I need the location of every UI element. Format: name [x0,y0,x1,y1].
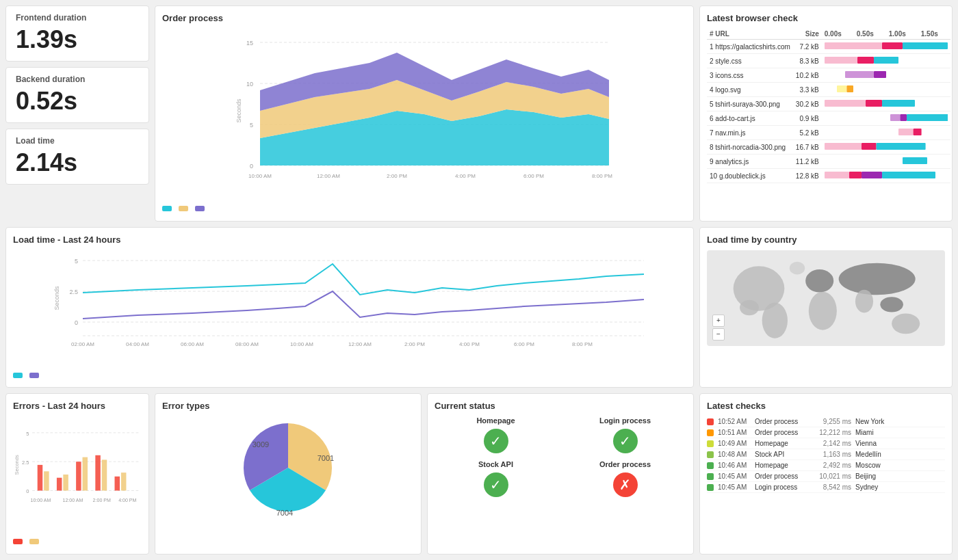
bc-bar-cell [822,126,950,140]
browser-check-panel: Latest browser check # URL Size 0.00s 0.… [699,5,953,222]
svg-rect-18 [825,42,882,49]
svg-point-67 [839,263,916,295]
svg-rect-34 [898,129,914,135]
svg-rect-40 [825,172,849,178]
svg-rect-22 [857,57,874,64]
svg-text:6:00 PM: 6:00 PM [523,173,544,179]
svg-text:15: 15 [246,40,253,46]
check-ms: 8,542 ms [814,483,851,491]
legend-teal [162,206,172,211]
login-check: ✓ [613,429,638,453]
bc-row: 4 logo.svg 3.3 kB [707,83,950,97]
svg-text:Seconds: Seconds [235,98,242,123]
svg-rect-41 [849,172,862,178]
bc-num-url: 7 nav.min.js [707,126,793,140]
list-item: 10:45 AM Login process 8,542 ms Sydney [707,482,945,493]
bc-num-url: 8 tshirt-norcadia-300.png [707,140,793,155]
login-label: Login process [599,416,651,425]
svg-rect-85 [95,455,101,491]
browser-check-table: # URL Size 0.00s 0.50s 1.00s 1.50s 1 htt… [707,29,950,183]
svg-text:12:00 AM: 12:00 AM [348,341,372,347]
check-city: Sydney [855,483,878,491]
bc-size: 3.3 kB [793,83,822,97]
bc-bar-cell [822,54,950,68]
latest-checks-title: Latest checks [707,401,945,411]
svg-rect-39 [903,157,927,164]
bc-row: 2 style.css 8.3 kB [707,54,950,68]
bc-num-url: 4 logo.svg [707,83,793,97]
svg-point-66 [809,291,837,330]
svg-rect-87 [115,477,120,491]
legend-orange [179,206,188,211]
stock-check: ✓ [484,472,508,497]
svg-point-70 [892,313,920,334]
svg-text:5: 5 [75,258,78,265]
svg-text:10:00 AM: 10:00 AM [290,341,313,347]
map-zoom-out[interactable]: − [712,328,725,341]
svg-text:6:00 PM: 6:00 PM [514,341,534,347]
svg-rect-79 [38,465,43,491]
bc-size: 11.2 kB [793,155,822,169]
backend-duration-panel: Backend duration 0.52s [5,67,149,123]
svg-rect-25 [874,71,886,78]
check-ms: 2,492 ms [814,462,851,469]
stock-label: Stock API [478,460,513,468]
col-15s: 1.50s [918,29,950,40]
svg-text:02:00 AM: 02:00 AM [71,341,94,347]
current-status-panel: Current status Homepage ✓ Login process … [427,393,694,555]
bc-row: 10 g.doubleclick.js 12.8 kB [707,169,950,183]
check-ms: 1,163 ms [814,451,851,458]
check-city: New York [855,418,884,425]
bc-num-url: 9 analytics.js [707,155,793,169]
svg-point-69 [880,297,903,312]
frontend-duration-panel: Frontend duration 1.39s [5,5,149,62]
bc-size: 7.2 kB [793,40,822,54]
list-item: 10:46 AM Homepage 2,492 ms Moscow [707,460,945,471]
check-time: 10:46 AM [718,462,751,469]
check-time: 10:52 AM [718,418,751,425]
svg-text:Seconds: Seconds [14,455,20,475]
svg-rect-32 [900,114,907,121]
list-item: 10:48 AM Stock API 1,163 ms Medellín [707,449,945,460]
error-types-chart: 3009 7001 7004 [162,416,414,512]
list-item: 10:49 AM Homepage 2,142 ms Vienna [707,438,945,449]
legend-teal-line [13,373,23,378]
svg-rect-88 [121,473,127,491]
check-city: Moscow [855,462,881,469]
bc-size: 10.2 kB [793,68,822,83]
svg-text:04:00 AM: 04:00 AM [126,341,149,347]
check-city: Vienna [855,440,877,447]
bc-size: 8.3 kB [793,54,822,68]
order-process-chart: 15 10 5 0 Seconds 10:00 AM 12:00 AM 2:00… [162,29,686,200]
svg-text:3009: 3009 [253,440,269,449]
check-name: Homepage [755,462,810,469]
svg-text:8:00 PM: 8:00 PM [592,173,612,179]
svg-text:0: 0 [26,489,29,495]
svg-point-64 [762,302,788,338]
check-color-dot [707,462,714,469]
svg-rect-81 [57,478,62,491]
check-time: 10:49 AM [718,440,751,447]
list-item: 10:52 AM Order process 9,255 ms New York [707,416,945,427]
load-time-24h-title: Load time - Last 24 hours [13,235,686,245]
order-process-legend [162,206,686,211]
map-zoom-in[interactable]: + [712,315,725,327]
bc-num-url: 6 add-to-cart.js [707,111,793,126]
svg-rect-84 [83,457,88,491]
bc-bar-cell [822,68,950,83]
status-order: Order process ✗ [564,460,686,497]
check-time: 10:51 AM [718,429,751,436]
svg-rect-26 [837,85,846,92]
svg-text:2:00 PM: 2:00 PM [93,498,111,503]
check-name: Homepage [755,440,810,447]
svg-text:4:00 PM: 4:00 PM [459,341,480,347]
svg-text:5: 5 [250,122,253,129]
bc-bar-cell [822,40,950,54]
load-value: 2.14s [16,148,139,177]
pie-svg: 3009 7001 7004 [220,410,357,519]
svg-text:12:00 AM: 12:00 AM [317,173,340,179]
svg-rect-36 [825,143,862,150]
bc-row: 1 https://galacticshirts.com 7.2 kB [707,40,950,54]
svg-text:5: 5 [26,431,29,437]
svg-text:2:00 PM: 2:00 PM [387,173,407,179]
